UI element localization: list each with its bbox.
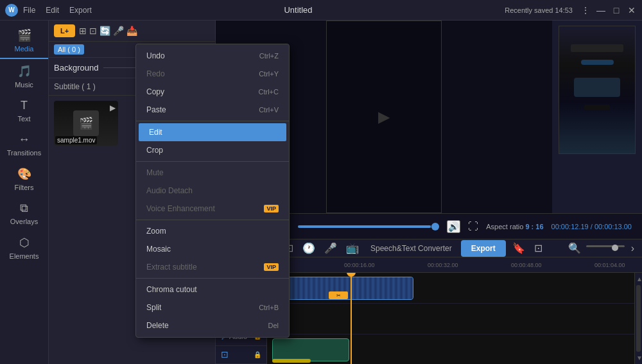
vip-badge-extract: VIP xyxy=(264,263,279,271)
title-bar-left: W File Edit Export xyxy=(5,4,92,17)
menu-copy-shortcut: Ctrl+C xyxy=(259,88,279,96)
sidebar-elements-label: Elements xyxy=(10,252,39,260)
background-label: Background xyxy=(54,63,98,73)
menu-sep-4 xyxy=(136,278,289,279)
menu-extract-subtitle: Extract subtitle VIP xyxy=(136,258,289,276)
screen-button[interactable]: 📺 xyxy=(343,239,361,257)
current-time: 00:00:12.19 xyxy=(551,223,589,230)
menu-delete[interactable]: Delete Del xyxy=(136,316,289,334)
menu-redo: Redo Ctrl+Y xyxy=(136,65,289,83)
close-btn[interactable]: ✕ xyxy=(627,5,637,15)
add-media-button[interactable]: L+ xyxy=(54,24,75,37)
menu-edit[interactable]: Edit xyxy=(139,123,286,141)
menu-edit[interactable]: Edit xyxy=(46,6,59,15)
menu-split[interactable]: Split Ctrl+B xyxy=(136,299,289,316)
filters-icon: 🎨 xyxy=(17,167,31,181)
time-display: 00:00:12.19 / 00:00:13.00 xyxy=(551,223,632,230)
video-clip[interactable]: ✂ xyxy=(272,277,413,300)
scroll-position-indicator xyxy=(272,359,311,363)
minimize-btn[interactable]: — xyxy=(596,5,606,15)
menu-paste[interactable]: Paste Ctrl+V xyxy=(136,101,289,119)
expand-right-button[interactable]: › xyxy=(629,240,637,257)
timeline-scrollbar[interactable]: ▲ ▼ xyxy=(634,273,642,364)
zoom-slider[interactable] xyxy=(586,245,625,247)
right-preview xyxy=(552,21,642,213)
menu-export[interactable]: Export xyxy=(69,6,92,15)
music-icon: 🎵 xyxy=(17,64,31,78)
sidebar-item-music[interactable]: 🎵 Music xyxy=(0,59,48,94)
media-ctrl-4[interactable]: 🎤 xyxy=(113,26,124,36)
media-ctrl-1[interactable]: ⊞ xyxy=(79,26,87,36)
zoom-out-button[interactable]: 🔍 xyxy=(566,239,584,257)
playhead[interactable] xyxy=(351,273,352,364)
caption-button[interactable]: ⊡ xyxy=(532,239,545,257)
scroll-down-arrow[interactable]: ▼ xyxy=(636,354,641,361)
elements-icon: ⬡ xyxy=(19,236,30,250)
ruler-mark-2: 00:00:32.00 xyxy=(428,262,458,268)
menu-undo[interactable]: Undo Ctrl+Z xyxy=(136,47,289,65)
menu-delete-label: Delete xyxy=(146,321,169,330)
text-icon: T xyxy=(21,99,28,112)
maximize-btn[interactable]: □ xyxy=(611,5,621,15)
bookmark-button[interactable]: 🔖 xyxy=(510,239,528,257)
menu-file[interactable]: File xyxy=(23,6,35,15)
media-ctrl-5[interactable]: 📥 xyxy=(126,26,137,36)
mic-button[interactable]: 🎤 xyxy=(322,239,340,257)
menu-edit-label: Edit xyxy=(149,128,162,137)
subtitle-label: Subtitle ( 1 ) xyxy=(54,82,96,91)
progress-bar[interactable] xyxy=(298,225,439,228)
menu-extract-label: Extract subtitle xyxy=(146,263,197,272)
zoom-controls: 🔍 xyxy=(566,239,625,257)
menu-chroma[interactable]: Chroma cutout xyxy=(136,281,289,299)
menu-sep-1 xyxy=(136,121,289,121)
zoom-slider-container[interactable] xyxy=(586,245,625,252)
menu-mosaic-label: Mosaic xyxy=(146,245,171,254)
sidebar-text-label: Text xyxy=(17,115,30,123)
window-controls[interactable]: ⋮ — □ ✕ xyxy=(580,5,637,15)
vip-badge-voice: VIP xyxy=(264,205,279,212)
menu-crop[interactable]: Crop xyxy=(136,141,289,159)
volume-button[interactable]: 🔊 xyxy=(447,220,460,233)
menu-mute: Mute xyxy=(136,164,289,182)
menu-audio-detach: Audio Detach xyxy=(136,182,289,200)
track-label-extra: ⊡ 🔒 xyxy=(216,346,266,364)
main-layout: 🎬 Media 🎵 Music T Text ↔ Transitions 🎨 F… xyxy=(0,21,642,364)
menu-sep-3 xyxy=(136,220,289,220)
media-ctrl-3[interactable]: 🔄 xyxy=(100,26,110,36)
menu-copy[interactable]: Copy Ctrl+C xyxy=(136,83,289,101)
ruler-mark-1: 00:00:16.00 xyxy=(344,262,375,268)
menu-zoom[interactable]: Zoom xyxy=(136,222,289,240)
sidebar-item-elements[interactable]: ⬡ Elements xyxy=(0,230,48,265)
menu-delete-shortcut: Del xyxy=(268,322,279,329)
progress-fill xyxy=(298,225,431,228)
menu-sep-2 xyxy=(136,161,289,162)
sidebar-item-overlays[interactable]: ⧉ Overlays xyxy=(0,196,48,230)
timeline-tracks: ✂ xyxy=(267,273,634,364)
clock-button[interactable]: 🕐 xyxy=(300,239,318,257)
track-row-text xyxy=(267,334,634,364)
preview-video: ▶ xyxy=(326,21,442,213)
media-ctrl-2[interactable]: ⊡ xyxy=(89,26,97,36)
scroll-thumb-vertical[interactable] xyxy=(636,285,641,352)
sidebar-music-label: Music xyxy=(15,81,33,89)
sidebar-item-transitions[interactable]: ↔ Transitions xyxy=(0,128,48,162)
menu-mosaic[interactable]: Mosaic xyxy=(136,240,289,258)
media-thumbnail[interactable]: 🎬 sample1.mov ▶ xyxy=(54,101,118,146)
more-options-btn[interactable]: ⋮ xyxy=(580,5,591,15)
right-thumb-inner xyxy=(559,26,635,153)
export-button[interactable]: Export xyxy=(461,240,506,257)
title-bar-menu: File Edit Export xyxy=(23,6,92,15)
filter-all[interactable]: All ( 0 ) xyxy=(54,44,84,55)
sidebar-item-text[interactable]: T Text xyxy=(0,94,48,128)
menu-voice-label: Voice Enhancement xyxy=(146,204,215,213)
extra-lock-icon[interactable]: 🔒 xyxy=(254,351,261,358)
sidebar-item-media[interactable]: 🎬 Media xyxy=(0,23,48,59)
left-sidebar: 🎬 Media 🎵 Music T Text ↔ Transitions 🎨 F… xyxy=(0,21,49,364)
scroll-up-arrow[interactable]: ▲ xyxy=(636,275,641,282)
fullscreen-button[interactable]: ⛶ xyxy=(468,221,478,232)
sidebar-filters-label: Filters xyxy=(15,184,34,191)
sidebar-item-filters[interactable]: 🎨 Filters xyxy=(0,162,48,196)
thumb-play-icon: ▶ xyxy=(110,103,116,112)
text-clip[interactable] xyxy=(272,338,349,361)
ruler-mark-4: 00:01:04.00 xyxy=(594,262,625,268)
